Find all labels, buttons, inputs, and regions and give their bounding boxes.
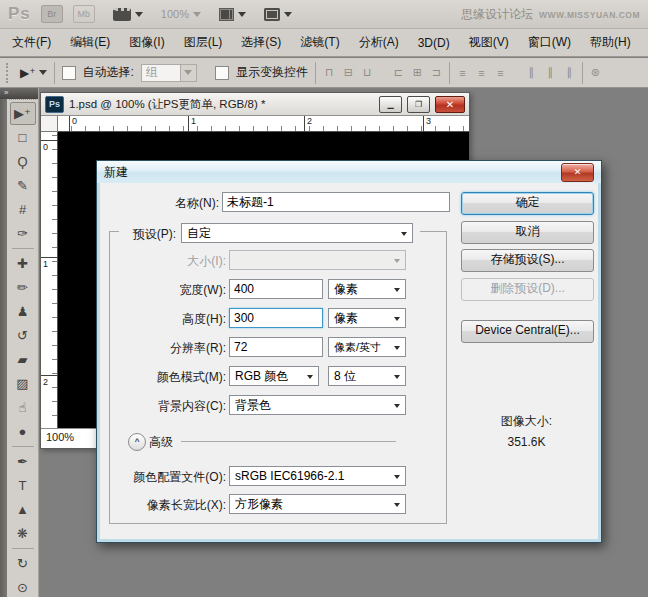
height-input[interactable]: 300: [229, 308, 323, 328]
align-top-edges-button[interactable]: ⊓: [323, 66, 336, 79]
device-central-button[interactable]: Device Central(E)...: [461, 320, 594, 343]
pixel-aspect-ratio-label: 像素长宽比(X):: [100, 497, 226, 514]
preset-dropdown[interactable]: 自定: [181, 223, 413, 243]
width-input[interactable]: 400: [229, 279, 323, 299]
cancel-button[interactable]: 取消: [461, 221, 594, 244]
menu-view[interactable]: 视图(V): [469, 34, 509, 51]
auto-align-layers-button[interactable]: ⊛: [589, 66, 602, 79]
bit-depth-dropdown[interactable]: 8 位: [328, 366, 406, 386]
history-brush-tool[interactable]: ↺: [10, 324, 36, 347]
distribute-right-edges-button[interactable]: ∥: [563, 66, 576, 79]
menu-analysis[interactable]: 分析(A): [359, 34, 399, 51]
dropdown-arrow-button[interactable]: [180, 65, 196, 81]
align-right-edges-button[interactable]: ⊐: [430, 66, 443, 79]
restore-button[interactable]: ❐: [407, 96, 430, 113]
gradient-tool[interactable]: ▨: [10, 372, 36, 395]
align-left-edges-button[interactable]: ⊏: [392, 66, 405, 79]
launch-bridge-button[interactable]: Br: [41, 5, 63, 23]
horizontal-ruler[interactable]: 0 1 2 3: [58, 116, 469, 132]
pixel-aspect-ratio-dropdown[interactable]: 方形像素: [229, 494, 406, 514]
options-bar-grip[interactable]: [6, 63, 13, 83]
advanced-toggle-button[interactable]: ^: [128, 433, 146, 451]
menu-layer[interactable]: 图层(L): [184, 34, 223, 51]
clone-stamp-tool[interactable]: ♟: [10, 300, 36, 323]
eraser-tool[interactable]: ▰: [10, 348, 36, 371]
separator: [449, 62, 450, 84]
view-extras-icon: [113, 8, 131, 21]
distribute-left-edges-button[interactable]: ∥: [525, 66, 538, 79]
dialog-titlebar[interactable]: 新建 ✕: [97, 161, 601, 183]
path-selection-tool[interactable]: ▲: [10, 498, 36, 521]
3d-orbit-tool[interactable]: ⊙: [10, 576, 36, 597]
crop-tool[interactable]: #: [10, 198, 36, 221]
align-vertical-centers-button[interactable]: ⊟: [342, 66, 355, 79]
menu-filter[interactable]: 滤镜(T): [300, 34, 339, 51]
chevron-down-icon: [184, 70, 192, 75]
image-size-label: 图像大小:: [461, 413, 592, 430]
menu-select[interactable]: 选择(S): [241, 34, 281, 51]
ruler-corner[interactable]: [41, 116, 58, 132]
name-input[interactable]: 未标题-1: [222, 192, 450, 212]
menu-help[interactable]: 帮助(H): [590, 34, 631, 51]
chevron-down-icon: [394, 259, 400, 263]
eyedropper-tool[interactable]: ✑: [10, 222, 36, 245]
background-contents-dropdown[interactable]: 背景色: [229, 395, 406, 415]
document-titlebar[interactable]: Ps 1.psd @ 100% (让PS更简单, RGB/8) * ▁ ❐ ✕: [41, 93, 469, 116]
current-tool-button[interactable]: ▶⁺: [20, 66, 47, 80]
distribute-top-edges-button[interactable]: ≡: [456, 67, 469, 79]
lasso-tool[interactable]: Ϙ: [10, 150, 36, 173]
show-transform-controls-checkbox[interactable]: [215, 66, 229, 80]
width-unit-dropdown[interactable]: 像素: [328, 279, 406, 299]
close-button[interactable]: ✕: [435, 96, 465, 113]
menu-window[interactable]: 窗口(W): [528, 34, 571, 51]
color-mode-label: 颜色模式(M):: [100, 369, 226, 386]
ok-button[interactable]: 确定: [461, 192, 594, 215]
color-mode-dropdown[interactable]: RGB 颜色: [229, 366, 319, 386]
auto-select-mode-dropdown[interactable]: 组: [141, 64, 197, 82]
color-profile-dropdown[interactable]: sRGB IEC61966-2.1: [229, 466, 406, 486]
menu-image[interactable]: 图像(I): [129, 34, 164, 51]
rectangular-marquee-tool[interactable]: □: [10, 126, 36, 149]
quick-selection-tool[interactable]: ✎: [10, 174, 36, 197]
distribute-vertical-centers-button[interactable]: ≡: [475, 67, 488, 79]
tools-panel-header[interactable]: »: [0, 88, 38, 99]
tool-options-bar: ▶⁺ 自动选择: 组 显示变换控件 ⊓ ⊟ ⊔ ⊏ ⊞ ⊐ ≡ ≡ ≡ ∥ ∥: [0, 58, 648, 88]
align-bottom-edges-button[interactable]: ⊔: [361, 66, 374, 79]
auto-select-checkbox[interactable]: [62, 66, 76, 80]
type-tool[interactable]: T: [10, 474, 36, 497]
alignment-buttons: ⊓ ⊟ ⊔ ⊏ ⊞ ⊐ ≡ ≡ ≡ ∥ ∥ ∥ ⊛: [323, 62, 602, 84]
distribute-horizontal-centers-button[interactable]: ∥: [544, 66, 557, 79]
launch-mini-bridge-button[interactable]: Mb: [73, 5, 95, 23]
screen-mode-control[interactable]: [264, 8, 292, 21]
menu-file[interactable]: 文件(F): [12, 34, 51, 51]
smudge-tool[interactable]: ☝: [10, 396, 36, 419]
menu-edit[interactable]: 编辑(E): [70, 34, 110, 51]
distribute-bottom-edges-button[interactable]: ≡: [494, 67, 507, 79]
zoom-percentage-field[interactable]: 100%: [41, 429, 97, 448]
resolution-unit-dropdown[interactable]: 像素/英寸: [328, 337, 406, 357]
minimize-button[interactable]: ▁: [379, 96, 402, 113]
resolution-input[interactable]: 72: [229, 337, 323, 357]
custom-shape-tool[interactable]: ❋: [10, 522, 36, 545]
3d-rotate-tool[interactable]: ↻: [10, 552, 36, 575]
vertical-ruler[interactable]: 0 1 2: [41, 132, 58, 429]
dodge-tool[interactable]: ●: [10, 420, 36, 443]
size-dropdown: [229, 250, 406, 270]
spot-healing-brush-tool[interactable]: ✚: [10, 252, 36, 275]
arrange-documents-control[interactable]: [219, 8, 246, 21]
save-preset-button[interactable]: 存储预设(S)...: [461, 249, 594, 272]
application-bar: Ps Br Mb 100% 思缘设计论坛 WWW.MISSYUAN.COM: [0, 0, 648, 29]
dialog-close-button[interactable]: ✕: [561, 163, 594, 182]
align-horizontal-centers-button[interactable]: ⊞: [411, 66, 424, 79]
menu-3d[interactable]: 3D(D): [418, 36, 450, 50]
height-unit-dropdown[interactable]: 像素: [328, 308, 406, 328]
separator: [54, 62, 55, 84]
pen-tool[interactable]: ✒: [10, 450, 36, 473]
brush-tool[interactable]: ✏: [10, 276, 36, 299]
view-extras-control[interactable]: [113, 8, 143, 21]
move-tool[interactable]: ▶⁺: [10, 102, 36, 125]
zoom-level-value: 100%: [161, 8, 189, 20]
chevron-down-icon: [284, 12, 292, 17]
tools-divider: [12, 248, 34, 249]
zoom-level-control[interactable]: 100%: [161, 8, 201, 20]
